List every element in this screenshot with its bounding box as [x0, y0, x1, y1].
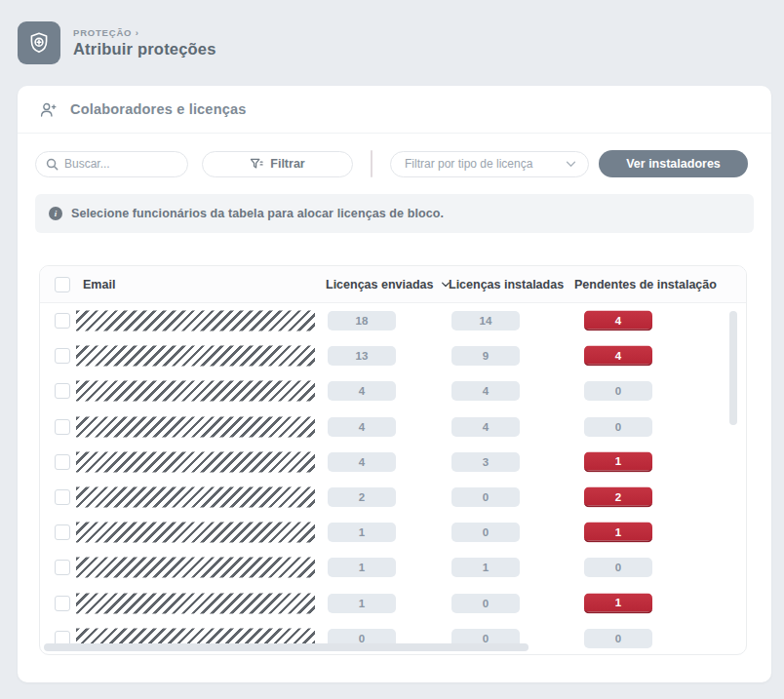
redacted-email	[76, 346, 315, 367]
table-row: 1 0 1	[40, 586, 746, 621]
page-header-text: PROTEÇÃO › Atribuir proteções	[73, 27, 216, 58]
person-add-icon	[39, 101, 58, 118]
installed-badge: 0	[451, 594, 520, 613]
column-header-pending: Pendentes de instalação	[574, 278, 717, 291]
page: PROTEÇÃO › Atribuir proteções Colaborado…	[0, 0, 784, 699]
installed-badge: 14	[451, 311, 520, 330]
column-header-email: Email	[83, 278, 115, 291]
license-type-select-value: Filtrar por tipo de licença	[405, 157, 532, 171]
pending-badge: 0	[584, 381, 652, 401]
row-checkbox[interactable]	[55, 383, 70, 399]
redacted-email	[76, 416, 315, 437]
table-row: 4 4 0	[40, 373, 746, 408]
sent-badge: 1	[328, 594, 396, 613]
pending-badge: 1	[584, 593, 652, 613]
redacted-email	[76, 311, 315, 331]
installed-badge: 9	[451, 346, 520, 366]
sent-badge: 1	[328, 523, 396, 542]
sent-badge: 1	[328, 558, 396, 577]
row-checkbox[interactable]	[55, 348, 70, 364]
filter-button-label: Filtrar	[270, 157, 304, 171]
horizontal-scrollbar-thumb[interactable]	[44, 643, 529, 651]
sent-badge: 2	[328, 487, 396, 507]
section-header: Colaboradores e licenças	[18, 86, 771, 134]
pending-badge: 0	[584, 417, 652, 437]
pending-badge: 0	[584, 629, 652, 648]
installed-badge: 0	[451, 523, 520, 542]
row-checkbox[interactable]	[55, 489, 70, 505]
row-checkbox[interactable]	[55, 313, 70, 329]
row-checkbox[interactable]	[55, 419, 70, 435]
section-title: Colaboradores e licenças	[70, 101, 247, 117]
table-row: 4 3 1	[40, 445, 746, 480]
pending-badge: 4	[584, 311, 652, 331]
column-header-sent-label: Licenças enviadas	[326, 278, 433, 291]
installed-badge: 4	[451, 381, 520, 401]
installed-badge: 0	[451, 487, 520, 507]
installed-badge: 1	[451, 558, 520, 577]
info-banner-text: Selecione funcionários da tabela para al…	[71, 207, 444, 220]
select-all-checkbox[interactable]	[55, 277, 70, 292]
licenses-table: Email Licenças enviadas Licenças instala…	[39, 265, 747, 655]
redacted-email	[76, 558, 315, 578]
toolbar-divider	[371, 150, 372, 177]
main-card: Colaboradores e licenças F	[18, 86, 771, 682]
sent-badge: 13	[328, 346, 396, 366]
sent-badge: 4	[328, 381, 396, 401]
page-header: PROTEÇÃO › Atribuir proteções	[18, 21, 216, 64]
table-row: 1 1 0	[40, 550, 746, 585]
filter-funnel-icon	[250, 158, 263, 171]
info-banner: i Selecione funcionários da tabela para …	[35, 194, 754, 233]
table-header: Email Licenças enviadas Licenças instala…	[40, 266, 746, 303]
search-box[interactable]	[35, 151, 188, 177]
redacted-email	[76, 523, 315, 543]
pending-badge: 4	[584, 346, 652, 367]
license-type-select[interactable]: Filtrar por tipo de licença	[390, 151, 589, 177]
search-icon	[46, 158, 59, 171]
column-header-installed: Licenças instaladas	[449, 278, 564, 291]
column-header-sent[interactable]: Licenças enviadas	[326, 278, 451, 291]
installed-badge: 4	[451, 417, 520, 437]
sent-badge: 18	[328, 311, 396, 330]
table-row: 2 0 2	[40, 480, 746, 515]
pending-badge: 1	[584, 523, 652, 543]
search-input[interactable]	[64, 157, 177, 171]
row-checkbox[interactable]	[55, 454, 70, 470]
table-row: 1 0 1	[40, 515, 746, 550]
redacted-email	[76, 593, 315, 613]
table-row: 13 9 4	[40, 338, 746, 373]
row-checkbox[interactable]	[55, 560, 70, 575]
sent-badge: 4	[328, 452, 396, 472]
view-installers-button[interactable]: Ver instaladores	[599, 150, 748, 177]
row-checkbox[interactable]	[55, 524, 70, 540]
redacted-email	[76, 451, 315, 472]
redacted-email	[76, 381, 315, 402]
sent-badge: 4	[328, 417, 396, 437]
row-checkbox[interactable]	[55, 596, 70, 611]
info-icon: i	[49, 207, 62, 220]
redacted-email	[76, 487, 315, 508]
breadcrumb[interactable]: PROTEÇÃO ›	[73, 27, 216, 38]
vertical-scrollbar-thumb[interactable]	[729, 311, 737, 425]
page-title: Atribuir proteções	[73, 40, 216, 58]
pending-badge: 0	[584, 558, 652, 577]
table-row: 18 14 4	[40, 303, 746, 338]
shield-plus-icon	[18, 21, 60, 64]
chevron-down-icon	[566, 161, 576, 168]
pending-badge: 2	[584, 487, 652, 508]
toolbar: Filtrar Filtrar por tipo de licença Ver …	[18, 134, 771, 177]
installed-badge: 3	[451, 452, 520, 472]
table-body: 18 14 4 13 9 4 4 4 0 4 4 0 4 3 1 2 0 2 1…	[40, 303, 746, 655]
table-row: 4 4 0	[40, 409, 746, 445]
pending-badge: 1	[584, 451, 652, 472]
filter-button[interactable]: Filtrar	[202, 151, 353, 177]
